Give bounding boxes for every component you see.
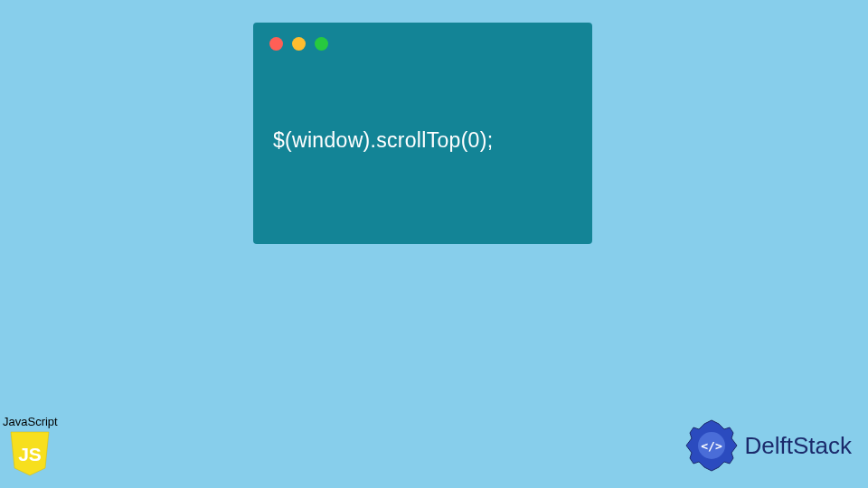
minimize-icon bbox=[292, 37, 306, 51]
traffic-lights bbox=[253, 23, 592, 65]
maximize-icon bbox=[315, 37, 328, 51]
brand-logo-icon: </> bbox=[684, 418, 740, 474]
javascript-label: JavaScript bbox=[3, 415, 58, 428]
close-icon bbox=[269, 37, 283, 51]
shield-text: JS bbox=[19, 444, 42, 465]
brand-name: DelftStack bbox=[745, 432, 853, 460]
javascript-badge: JavaScript JS bbox=[3, 415, 58, 477]
code-snippet: $(window).scrollTop(0); bbox=[253, 65, 592, 153]
brand: </> DelftStack bbox=[684, 418, 853, 474]
javascript-shield-icon: JS bbox=[9, 430, 51, 477]
code-window: $(window).scrollTop(0); bbox=[253, 23, 592, 244]
svg-text:</>: </> bbox=[701, 439, 722, 453]
